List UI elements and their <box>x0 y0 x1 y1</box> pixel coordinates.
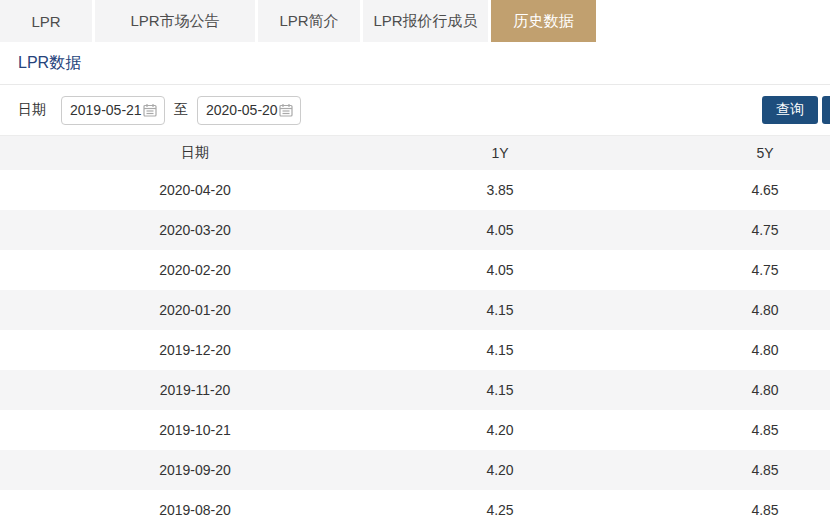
cell-5y: 4.75 <box>610 262 830 278</box>
cell-5y: 4.85 <box>610 462 830 478</box>
table-row: 2019-09-20 4.20 4.85 <box>0 450 830 490</box>
table-row: 2019-08-20 4.25 4.85 <box>0 490 830 526</box>
table-row: 2019-10-21 4.20 4.85 <box>0 410 830 450</box>
date-filter-label: 日期 <box>18 101 46 119</box>
cell-1y: 4.25 <box>390 502 610 518</box>
cell-date: 2020-02-20 <box>0 262 390 278</box>
cell-5y: 4.75 <box>610 222 830 238</box>
cell-5y: 4.85 <box>610 422 830 438</box>
cell-1y: 4.05 <box>390 222 610 238</box>
calendar-icon[interactable] <box>143 103 157 117</box>
title-row: LPR数据 <box>0 42 830 85</box>
end-date-value: 2020-05-20 <box>206 102 278 118</box>
table-row: 2020-04-20 3.85 4.65 <box>0 170 830 210</box>
cell-date: 2020-03-20 <box>0 222 390 238</box>
cell-date: 2020-01-20 <box>0 302 390 318</box>
cell-1y: 4.20 <box>390 422 610 438</box>
cell-1y: 4.20 <box>390 462 610 478</box>
start-date-input[interactable]: 2019-05-21 <box>61 96 165 125</box>
cell-date: 2019-11-20 <box>0 382 390 398</box>
clipped-button-right-edge[interactable] <box>822 96 830 124</box>
cell-1y: 4.15 <box>390 302 610 318</box>
table-row: 2019-11-20 4.15 4.80 <box>0 370 830 410</box>
table-row: 2020-03-20 4.05 4.75 <box>0 210 830 250</box>
cell-5y: 4.65 <box>610 182 830 198</box>
page-title: LPR数据 <box>18 53 81 74</box>
cell-5y: 4.80 <box>610 382 830 398</box>
tab-lpr-intro[interactable]: LPR简介 <box>258 0 360 42</box>
cell-date: 2019-09-20 <box>0 462 390 478</box>
tab-lpr[interactable]: LPR <box>0 0 92 42</box>
cell-1y: 4.05 <box>390 262 610 278</box>
cell-date: 2020-04-20 <box>0 182 390 198</box>
date-filter-row: 日期 2019-05-21 至 2020-05-20 查询 <box>0 85 830 135</box>
tab-lpr-quoting-banks[interactable]: LPR报价行成员 <box>363 0 488 42</box>
tab-bar: LPR LPR市场公告 LPR简介 LPR报价行成员 历史数据 <box>0 0 830 42</box>
cell-date: 2019-10-21 <box>0 422 390 438</box>
table-header-row: 日期 1Y 5Y <box>0 135 830 170</box>
column-header-1y: 1Y <box>390 145 610 161</box>
end-date-input[interactable]: 2020-05-20 <box>197 96 301 125</box>
table-row: 2020-01-20 4.15 4.80 <box>0 290 830 330</box>
table-row: 2019-12-20 4.15 4.80 <box>0 330 830 370</box>
calendar-icon[interactable] <box>279 103 293 117</box>
date-range-to-label: 至 <box>174 101 188 119</box>
cell-5y: 4.80 <box>610 342 830 358</box>
cell-5y: 4.85 <box>610 502 830 518</box>
cell-1y: 4.15 <box>390 382 610 398</box>
start-date-value: 2019-05-21 <box>70 102 142 118</box>
column-header-date: 日期 <box>0 144 390 162</box>
column-header-5y: 5Y <box>610 145 830 161</box>
table-row: 2020-02-20 4.05 4.75 <box>0 250 830 290</box>
cell-1y: 3.85 <box>390 182 610 198</box>
cell-1y: 4.15 <box>390 342 610 358</box>
cell-date: 2019-12-20 <box>0 342 390 358</box>
lpr-data-table: 日期 1Y 5Y 2020-04-20 3.85 4.65 2020-03-20… <box>0 135 830 526</box>
tab-history-data[interactable]: 历史数据 <box>491 0 596 42</box>
query-button[interactable]: 查询 <box>762 96 818 124</box>
cell-date: 2019-08-20 <box>0 502 390 518</box>
tab-lpr-market-notice[interactable]: LPR市场公告 <box>95 0 255 42</box>
cell-5y: 4.80 <box>610 302 830 318</box>
